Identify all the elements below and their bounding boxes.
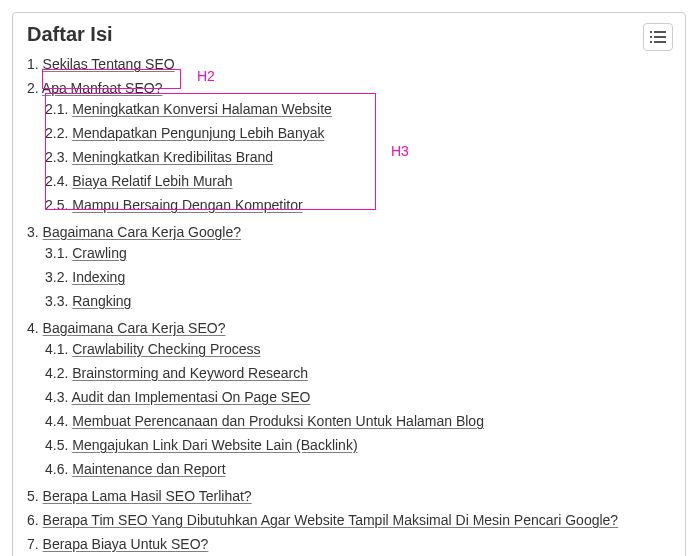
toc-subitem: 2.4. Biaya Relatif Lebih Murah (45, 169, 671, 193)
svg-rect-3 (654, 36, 666, 38)
toc-subitem: 4.3. Audit dan Implementasi On Page SEO (45, 385, 671, 409)
toc-item: 2. Apa Manfaat SEO? 2.1. Meningkatkan Ko… (27, 76, 671, 220)
toc-num: 4.2. (45, 365, 68, 381)
toc-subitem: 3.3. Rangking (45, 289, 671, 313)
toc-item: 4. Bagaimana Cara Kerja SEO? 4.1. Crawla… (27, 316, 671, 484)
toc-num: 4. (27, 320, 39, 336)
toc-link[interactable]: Mengajukan Link Dari Website Lain (Backl… (72, 437, 357, 453)
toc-link[interactable]: Mendapatkan Pengunjung Lebih Banyak (72, 125, 324, 141)
toc-link[interactable]: Sekilas Tentang SEO (43, 56, 175, 72)
toc-item: 5. Berapa Lama Hasil SEO Terlihat? (27, 484, 671, 508)
toc-link[interactable]: Berapa Biaya Untuk SEO? (43, 536, 209, 552)
svg-rect-5 (654, 41, 666, 43)
toc-subitem: 2.1. Meningkatkan Konversi Halaman Websi… (45, 97, 671, 121)
toc-num: 2.1. (45, 101, 68, 117)
list-icon (650, 30, 666, 44)
toc-link[interactable]: Membuat Perencanaan dan Produksi Konten … (72, 413, 484, 429)
toc-link[interactable]: Indexing (72, 269, 125, 285)
toc-link[interactable]: Meningkatkan Konversi Halaman Website (72, 101, 332, 117)
svg-rect-4 (650, 41, 652, 43)
toc-subitem: 4.6. Maintenance dan Report (45, 457, 671, 481)
svg-rect-0 (650, 31, 652, 33)
svg-rect-1 (654, 31, 666, 33)
toc-link[interactable]: Biaya Relatif Lebih Murah (72, 173, 232, 189)
toc-toggle-button[interactable] (643, 23, 673, 51)
toc-subitem: 4.4. Membuat Perencanaan dan Produksi Ko… (45, 409, 671, 433)
toc-link[interactable]: Berapa Tim SEO Yang Dibutuhkan Agar Webs… (43, 512, 619, 528)
toc-num: 3.1. (45, 245, 68, 261)
toc-link[interactable]: Bagaimana Cara Kerja Google? (43, 224, 241, 240)
toc-num: 3.2. (45, 269, 68, 285)
toc-link[interactable]: Bagaimana Cara Kerja SEO? (43, 320, 226, 336)
toc-list: 1. Sekilas Tentang SEO 2. Apa Manfaat SE… (27, 52, 671, 556)
toc-sublist: 4.1. Crawlability Checking Process 4.2. … (27, 337, 671, 481)
toc-num: 4.1. (45, 341, 68, 357)
toc-sublist: 2.1. Meningkatkan Konversi Halaman Websi… (27, 97, 671, 217)
toc-link[interactable]: Crawlability Checking Process (72, 341, 260, 357)
toc-container: Daftar Isi 1. Sekilas Tentang SEO 2. Apa… (12, 12, 686, 556)
toc-num: 1. (27, 56, 39, 72)
toc-subitem: 4.5. Mengajukan Link Dari Website Lain (… (45, 433, 671, 457)
toc-item: 3. Bagaimana Cara Kerja Google? 3.1. Cra… (27, 220, 671, 316)
toc-title: Daftar Isi (27, 23, 671, 46)
toc-subitem: 4.2. Brainstorming and Keyword Research (45, 361, 671, 385)
toc-link[interactable]: Rangking (72, 293, 131, 309)
toc-num: 4.4. (45, 413, 68, 429)
toc-item: 6. Berapa Tim SEO Yang Dibutuhkan Agar W… (27, 508, 671, 532)
toc-num: 4.3. (45, 389, 68, 405)
toc-num: 7. (27, 536, 39, 552)
toc-num: 4.6. (45, 461, 68, 477)
toc-subitem: 2.5. Mampu Bersaing Dengan Kompetitor (45, 193, 671, 217)
toc-num: 2.4. (45, 173, 68, 189)
toc-link[interactable]: Maintenance dan Report (72, 461, 225, 477)
toc-subitem: 3.2. Indexing (45, 265, 671, 289)
toc-num: 5. (27, 488, 39, 504)
toc-num: 3. (27, 224, 39, 240)
toc-num: 2.5. (45, 197, 68, 213)
svg-rect-2 (650, 36, 652, 38)
toc-subitem: 3.1. Crawling (45, 241, 671, 265)
toc-sublist: 3.1. Crawling 3.2. Indexing 3.3. Rangkin… (27, 241, 671, 313)
toc-num: 2.3. (45, 149, 68, 165)
toc-num: 6. (27, 512, 39, 528)
toc-item: 1. Sekilas Tentang SEO (27, 52, 671, 76)
toc-num: 3.3. (45, 293, 68, 309)
toc-subitem: 2.2. Mendapatkan Pengunjung Lebih Banyak (45, 121, 671, 145)
toc-link[interactable]: Audit dan Implementasi On Page SEO (71, 389, 310, 405)
toc-link[interactable]: Apa Manfaat SEO? (42, 80, 163, 96)
toc-link[interactable]: Mampu Bersaing Dengan Kompetitor (72, 197, 302, 213)
toc-subitem: 2.3. Meningkatkan Kredibilitas Brand (45, 145, 671, 169)
toc-num: 2.2. (45, 125, 68, 141)
toc-link[interactable]: Brainstorming and Keyword Research (72, 365, 308, 381)
toc-link[interactable]: Berapa Lama Hasil SEO Terlihat? (43, 488, 252, 504)
toc-link[interactable]: Meningkatkan Kredibilitas Brand (72, 149, 273, 165)
toc-num: 4.5. (45, 437, 68, 453)
toc-num: 2. (27, 80, 39, 96)
toc-subitem: 4.1. Crawlability Checking Process (45, 337, 671, 361)
toc-item: 7. Berapa Biaya Untuk SEO? (27, 532, 671, 556)
toc-link[interactable]: Crawling (72, 245, 126, 261)
